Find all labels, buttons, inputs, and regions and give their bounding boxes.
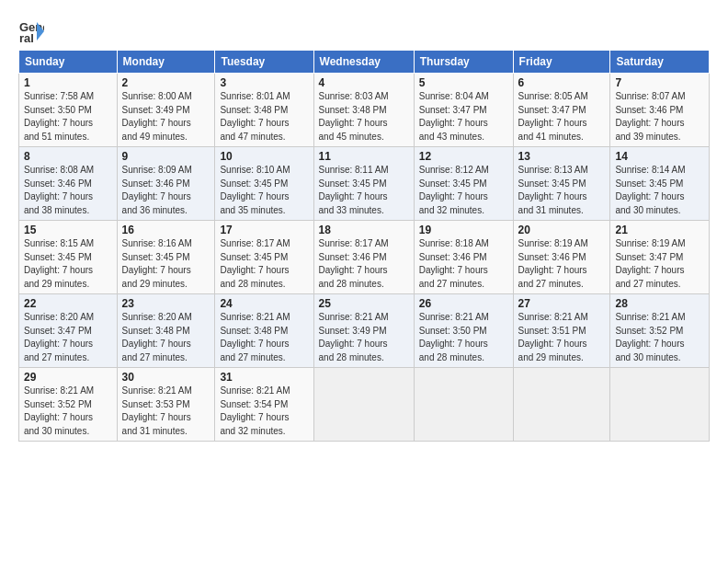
day-number: 30 bbox=[122, 371, 210, 384]
day-info: Sunrise: 8:03 AM Sunset: 3:48 PM Dayligh… bbox=[319, 90, 409, 144]
day-number: 3 bbox=[220, 76, 308, 89]
calendar-table: SundayMondayTuesdayWednesdayThursdayFrid… bbox=[18, 50, 710, 442]
header: Gene ral bbox=[18, 15, 710, 44]
calendar-cell: 25Sunrise: 8:21 AM Sunset: 3:49 PM Dayli… bbox=[313, 294, 414, 368]
day-info: Sunrise: 8:12 AM Sunset: 3:45 PM Dayligh… bbox=[419, 164, 508, 217]
day-info: Sunrise: 8:21 AM Sunset: 3:48 PM Dayligh… bbox=[220, 311, 308, 364]
calendar-cell: 31Sunrise: 8:21 AM Sunset: 3:54 PM Dayli… bbox=[215, 368, 313, 442]
calendar-cell: 15Sunrise: 8:15 AM Sunset: 3:45 PM Dayli… bbox=[19, 221, 118, 294]
day-info: Sunrise: 8:21 AM Sunset: 3:50 PM Dayligh… bbox=[419, 311, 508, 364]
calendar-header-tuesday: Tuesday bbox=[215, 51, 313, 74]
day-number: 16 bbox=[122, 224, 210, 236]
calendar-cell: 1Sunrise: 7:58 AM Sunset: 3:50 PM Daylig… bbox=[19, 74, 118, 147]
calendar-header-thursday: Thursday bbox=[414, 51, 513, 74]
calendar-cell: 9Sunrise: 8:09 AM Sunset: 3:46 PM Daylig… bbox=[117, 147, 215, 221]
calendar-cell: 2Sunrise: 8:00 AM Sunset: 3:49 PM Daylig… bbox=[117, 74, 215, 147]
calendar-week-row: 15Sunrise: 8:15 AM Sunset: 3:45 PM Dayli… bbox=[19, 221, 710, 294]
calendar-cell: 14Sunrise: 8:14 AM Sunset: 3:45 PM Dayli… bbox=[610, 147, 710, 221]
day-info: Sunrise: 8:17 AM Sunset: 3:46 PM Dayligh… bbox=[319, 237, 409, 291]
calendar-cell: 3Sunrise: 8:01 AM Sunset: 3:48 PM Daylig… bbox=[215, 74, 313, 147]
calendar-cell: 7Sunrise: 8:07 AM Sunset: 3:46 PM Daylig… bbox=[610, 74, 710, 147]
calendar-cell: 21Sunrise: 8:19 AM Sunset: 3:47 PM Dayli… bbox=[610, 221, 710, 294]
day-info: Sunrise: 8:14 AM Sunset: 3:45 PM Dayligh… bbox=[615, 164, 704, 217]
calendar-cell: 24Sunrise: 8:21 AM Sunset: 3:48 PM Dayli… bbox=[215, 294, 313, 368]
svg-text:ral: ral bbox=[19, 31, 34, 44]
calendar-cell: 5Sunrise: 8:04 AM Sunset: 3:47 PM Daylig… bbox=[414, 74, 513, 147]
day-info: Sunrise: 8:07 AM Sunset: 3:46 PM Dayligh… bbox=[615, 90, 704, 144]
day-number: 18 bbox=[319, 224, 409, 236]
day-number: 14 bbox=[615, 150, 704, 163]
day-info: Sunrise: 8:20 AM Sunset: 3:47 PM Dayligh… bbox=[24, 311, 112, 364]
day-info: Sunrise: 7:58 AM Sunset: 3:50 PM Dayligh… bbox=[24, 90, 112, 144]
day-number: 23 bbox=[122, 297, 210, 310]
day-number: 20 bbox=[518, 224, 606, 236]
day-info: Sunrise: 8:21 AM Sunset: 3:52 PM Dayligh… bbox=[24, 385, 112, 438]
calendar-header-wednesday: Wednesday bbox=[313, 51, 414, 74]
day-number: 6 bbox=[518, 76, 606, 89]
calendar-header-row: SundayMondayTuesdayWednesdayThursdayFrid… bbox=[19, 51, 710, 74]
day-number: 22 bbox=[24, 297, 112, 310]
day-info: Sunrise: 8:21 AM Sunset: 3:54 PM Dayligh… bbox=[220, 385, 308, 438]
day-number: 21 bbox=[615, 224, 704, 236]
day-info: Sunrise: 8:18 AM Sunset: 3:46 PM Dayligh… bbox=[419, 237, 508, 291]
day-info: Sunrise: 8:08 AM Sunset: 3:46 PM Dayligh… bbox=[24, 164, 112, 217]
day-number: 25 bbox=[319, 297, 409, 310]
day-info: Sunrise: 8:21 AM Sunset: 3:51 PM Dayligh… bbox=[518, 311, 606, 364]
day-number: 24 bbox=[220, 297, 308, 310]
calendar-cell: 20Sunrise: 8:19 AM Sunset: 3:46 PM Dayli… bbox=[513, 221, 610, 294]
calendar-cell: 11Sunrise: 8:11 AM Sunset: 3:45 PM Dayli… bbox=[313, 147, 414, 221]
calendar-header-saturday: Saturday bbox=[610, 51, 710, 74]
calendar-cell: 12Sunrise: 8:12 AM Sunset: 3:45 PM Dayli… bbox=[414, 147, 513, 221]
day-number: 12 bbox=[419, 150, 508, 163]
calendar-cell: 26Sunrise: 8:21 AM Sunset: 3:50 PM Dayli… bbox=[414, 294, 513, 368]
day-number: 11 bbox=[319, 150, 409, 163]
day-number: 13 bbox=[518, 150, 606, 163]
day-info: Sunrise: 8:17 AM Sunset: 3:45 PM Dayligh… bbox=[220, 237, 308, 291]
day-number: 31 bbox=[220, 371, 308, 384]
day-number: 2 bbox=[122, 76, 210, 89]
day-info: Sunrise: 8:04 AM Sunset: 3:47 PM Dayligh… bbox=[419, 90, 508, 144]
calendar-cell: 6Sunrise: 8:05 AM Sunset: 3:47 PM Daylig… bbox=[513, 74, 610, 147]
day-info: Sunrise: 8:15 AM Sunset: 3:45 PM Dayligh… bbox=[24, 237, 112, 291]
day-number: 26 bbox=[419, 297, 508, 310]
calendar-cell: 30Sunrise: 8:21 AM Sunset: 3:53 PM Dayli… bbox=[117, 368, 215, 442]
day-info: Sunrise: 8:00 AM Sunset: 3:49 PM Dayligh… bbox=[122, 90, 210, 144]
calendar-cell: 10Sunrise: 8:10 AM Sunset: 3:45 PM Dayli… bbox=[215, 147, 313, 221]
day-info: Sunrise: 8:19 AM Sunset: 3:47 PM Dayligh… bbox=[615, 237, 704, 291]
logo: Gene ral bbox=[18, 18, 48, 44]
calendar-cell: 13Sunrise: 8:13 AM Sunset: 3:45 PM Dayli… bbox=[513, 147, 610, 221]
calendar-cell: 8Sunrise: 8:08 AM Sunset: 3:46 PM Daylig… bbox=[19, 147, 118, 221]
day-info: Sunrise: 8:13 AM Sunset: 3:45 PM Dayligh… bbox=[518, 164, 606, 217]
calendar-week-row: 22Sunrise: 8:20 AM Sunset: 3:47 PM Dayli… bbox=[19, 294, 710, 368]
calendar-cell: 23Sunrise: 8:20 AM Sunset: 3:48 PM Dayli… bbox=[117, 294, 215, 368]
day-info: Sunrise: 8:19 AM Sunset: 3:46 PM Dayligh… bbox=[518, 237, 606, 291]
calendar-cell: 18Sunrise: 8:17 AM Sunset: 3:46 PM Dayli… bbox=[313, 221, 414, 294]
day-info: Sunrise: 8:21 AM Sunset: 3:53 PM Dayligh… bbox=[122, 385, 210, 438]
day-number: 7 bbox=[615, 76, 704, 89]
day-info: Sunrise: 8:21 AM Sunset: 3:49 PM Dayligh… bbox=[319, 311, 409, 364]
day-number: 28 bbox=[615, 297, 704, 310]
calendar-cell: 22Sunrise: 8:20 AM Sunset: 3:47 PM Dayli… bbox=[19, 294, 118, 368]
calendar-week-row: 29Sunrise: 8:21 AM Sunset: 3:52 PM Dayli… bbox=[19, 368, 710, 442]
day-number: 15 bbox=[24, 224, 112, 236]
calendar-cell: 29Sunrise: 8:21 AM Sunset: 3:52 PM Dayli… bbox=[19, 368, 118, 442]
calendar-cell: 19Sunrise: 8:18 AM Sunset: 3:46 PM Dayli… bbox=[414, 221, 513, 294]
day-info: Sunrise: 8:11 AM Sunset: 3:45 PM Dayligh… bbox=[319, 164, 409, 217]
day-number: 29 bbox=[24, 371, 112, 384]
calendar-cell: 28Sunrise: 8:21 AM Sunset: 3:52 PM Dayli… bbox=[610, 294, 710, 368]
calendar-week-row: 8Sunrise: 8:08 AM Sunset: 3:46 PM Daylig… bbox=[19, 147, 710, 221]
day-number: 17 bbox=[220, 224, 308, 236]
calendar-header-friday: Friday bbox=[513, 51, 610, 74]
calendar-cell bbox=[610, 368, 710, 442]
day-number: 4 bbox=[319, 76, 409, 89]
day-number: 9 bbox=[122, 150, 210, 163]
day-info: Sunrise: 8:20 AM Sunset: 3:48 PM Dayligh… bbox=[122, 311, 210, 364]
calendar-week-row: 1Sunrise: 7:58 AM Sunset: 3:50 PM Daylig… bbox=[19, 74, 710, 147]
calendar-cell: 17Sunrise: 8:17 AM Sunset: 3:45 PM Dayli… bbox=[215, 221, 313, 294]
calendar-header-monday: Monday bbox=[117, 51, 215, 74]
logo-icon: Gene ral bbox=[18, 18, 44, 44]
calendar-cell: 27Sunrise: 8:21 AM Sunset: 3:51 PM Dayli… bbox=[513, 294, 610, 368]
day-number: 10 bbox=[220, 150, 308, 163]
calendar-cell bbox=[414, 368, 513, 442]
day-number: 1 bbox=[24, 76, 112, 89]
